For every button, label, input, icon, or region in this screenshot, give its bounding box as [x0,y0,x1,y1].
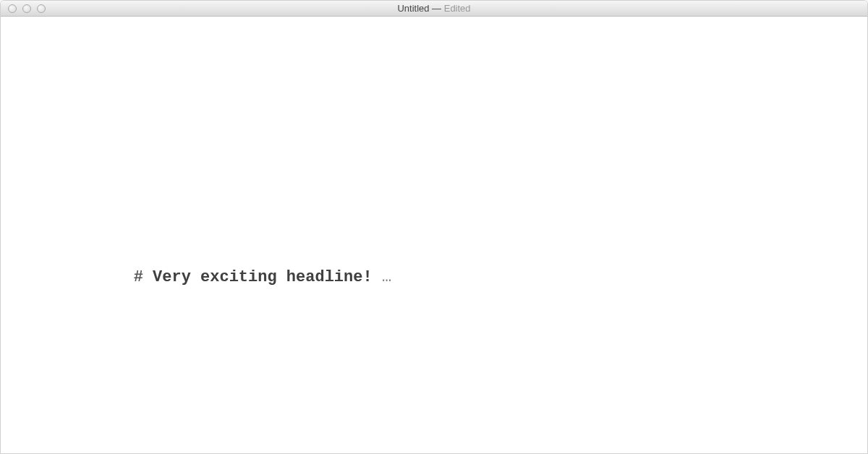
title-separator: — [429,3,443,14]
minimize-icon[interactable] [22,4,31,13]
fold-ellipsis-icon[interactable]: … [373,268,391,286]
text-editor[interactable]: # Very exciting headline! … # Timers.tim… [1,17,867,453]
headline-line[interactable]: # Very exciting headline! … [1,243,867,312]
edited-status: Edited [444,3,471,14]
close-icon[interactable] [8,4,17,13]
zoom-icon[interactable] [37,4,46,13]
app-window: Untitled — Edited # Very exciting headli… [0,0,868,454]
window-controls [1,4,46,13]
headline-text[interactable]: Very exciting headline! [153,268,373,286]
titlebar[interactable]: Untitled — Edited [1,1,867,17]
document-title: Untitled [397,3,429,14]
heading-marker: # [134,268,143,286]
window-title: Untitled — Edited [1,3,867,14]
